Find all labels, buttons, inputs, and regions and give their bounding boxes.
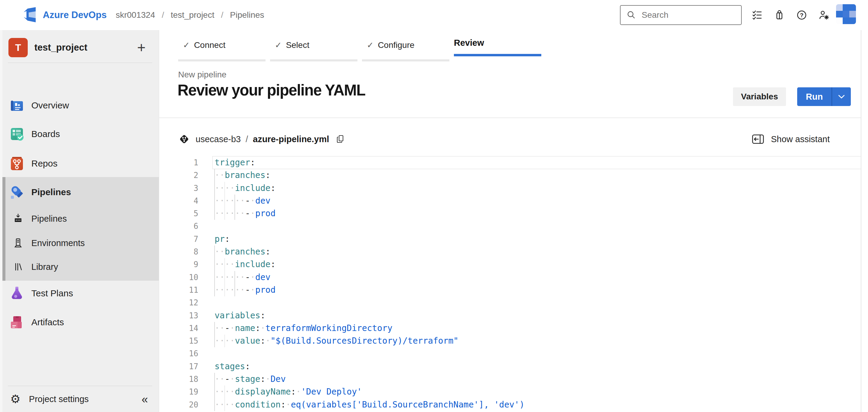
scrollbar-track[interactable] [861, 30, 861, 412]
code-text: ··-·stage:·Dev [215, 373, 861, 385]
sidebar-subitem-environments[interactable]: Environments [2, 231, 159, 255]
gear-icon: ⚙ [10, 393, 21, 405]
sidebar-subitem-library[interactable]: Library [2, 255, 159, 279]
yaml-editor[interactable]: 1trigger:2··branches:3····include:4·····… [159, 156, 868, 412]
sidebar-item-overview[interactable]: Overview [2, 91, 159, 120]
breadcrumb-organization[interactable]: skr001324 [116, 10, 155, 20]
code-text: ··branches: [215, 245, 861, 258]
sidebar-item-label: Overview [31, 100, 69, 110]
code-line[interactable]: 10······-·dev [159, 271, 868, 284]
code-text: trigger: [215, 156, 861, 169]
main-content: ✓ Connect ✓ Select ✓ Configure [159, 30, 868, 412]
content-divider [159, 117, 861, 118]
code-text [215, 220, 861, 233]
help-icon[interactable]: ? [796, 9, 808, 21]
sidebar-item-repos[interactable]: Repos [2, 149, 159, 178]
task-list-icon[interactable] [751, 9, 763, 21]
collapse-sidebar-button[interactable]: « [142, 393, 148, 406]
line-number: 13 [159, 309, 198, 322]
code-line[interactable]: 15····value:·"$(Build.SourcesDirectory)/… [159, 335, 868, 347]
user-avatar[interactable] [836, 4, 856, 24]
wizard-step-select[interactable]: ✓ Select [270, 30, 359, 63]
check-icon: ✓ [275, 40, 282, 50]
wizard-step-connect[interactable]: ✓ Connect [178, 30, 267, 63]
sidebar-item-boards[interactable]: Boards [2, 119, 159, 148]
wizard-step-review[interactable]: Review [454, 30, 542, 63]
indent-guide [235, 207, 235, 220]
code-line[interactable]: 14··-·name:·terraformWorkingDirectory [159, 322, 868, 335]
code-line[interactable]: 18··-·stage:·Dev [159, 373, 868, 385]
sidebar-item-pipelines[interactable]: Pipelines [2, 178, 159, 207]
indent-guide [224, 258, 225, 271]
show-assistant-button[interactable]: Show assistant [752, 130, 830, 149]
run-dropdown-button[interactable] [832, 94, 851, 100]
library-icon [13, 262, 24, 272]
run-button[interactable]: Run [797, 87, 851, 106]
code-line[interactable]: 11······-·prod [159, 284, 868, 296]
code-text: ····displayName:·'Dev Deploy' [215, 385, 861, 398]
code-line[interactable]: 16 [159, 347, 868, 360]
code-line[interactable]: 3····include: [159, 182, 868, 195]
code-line[interactable]: 1trigger: [159, 156, 868, 169]
branch-icon [178, 133, 190, 145]
file-separator: / [246, 134, 248, 144]
marketplace-icon[interactable] [773, 9, 785, 21]
code-line[interactable]: 19····displayName:·'Dev Deploy' [159, 385, 868, 398]
environments-icon [13, 238, 24, 248]
variables-button[interactable]: Variables [733, 87, 786, 106]
indent-guide [224, 271, 225, 284]
svg-text:?: ? [800, 12, 804, 19]
sidebar-subitem-label: Library [31, 262, 58, 272]
code-text: ······-·prod [215, 284, 861, 296]
sidebar-item-test-plans[interactable]: Test Plans [2, 279, 159, 308]
repo-name[interactable]: usecase-b3 [195, 134, 241, 144]
line-number: 11 [159, 284, 198, 296]
line-number: 2 [159, 169, 198, 182]
panel-arrow-icon [752, 134, 764, 144]
sidebar-item-label: Pipelines [31, 187, 71, 197]
code-text [215, 347, 861, 360]
sidebar-subitem-pipelines[interactable]: Pipelines [2, 207, 159, 231]
line-number: 7 [159, 233, 198, 245]
line-number: 4 [159, 195, 198, 207]
file-name: azure-pipeline.yml [253, 134, 329, 144]
search-input[interactable] [641, 10, 733, 20]
project-header[interactable]: T test_project + [2, 33, 159, 62]
code-line[interactable]: 8··branches: [159, 245, 868, 258]
add-project-item-button[interactable]: + [137, 40, 146, 55]
sidebar-item-label: Artifacts [31, 317, 64, 328]
code-text: stages: [215, 360, 861, 373]
code-line[interactable]: 7pr: [159, 233, 868, 245]
azure-devops-home-link[interactable]: Azure DevOps [22, 7, 107, 24]
user-settings-icon[interactable] [818, 9, 830, 21]
code-line[interactable]: 5······-·prod [159, 207, 868, 220]
project-avatar: T [8, 38, 28, 57]
copy-icon[interactable] [336, 134, 345, 144]
wizard-step-configure[interactable]: ✓ Configure [362, 30, 451, 63]
code-line[interactable]: 6 [159, 220, 868, 233]
code-line[interactable]: 12 [159, 296, 868, 309]
search-icon [626, 10, 637, 21]
line-number: 5 [159, 207, 198, 220]
indent-guide [224, 284, 225, 296]
code-line[interactable]: 9····include: [159, 258, 868, 271]
line-number: 14 [159, 322, 198, 335]
code-line[interactable]: 17stages: [159, 360, 868, 373]
repos-icon [8, 155, 25, 172]
indent-guide [214, 322, 215, 335]
code-line[interactable]: 13variables: [159, 309, 868, 322]
line-number: 10 [159, 271, 198, 284]
project-settings-button[interactable]: ⚙ Project settings [2, 386, 159, 412]
code-line[interactable]: 20····condition:·eq(variables['Build.Sou… [159, 399, 868, 411]
breadcrumb-project[interactable]: test_project [170, 10, 214, 20]
wizard-step-underline [362, 59, 450, 62]
code-line[interactable]: 4······-·dev [159, 195, 868, 207]
code-line[interactable]: 2··branches: [159, 169, 868, 182]
line-number: 19 [159, 385, 198, 398]
search-box[interactable] [620, 5, 742, 25]
chevron-down-icon [838, 94, 845, 100]
run-button-label[interactable]: Run [797, 92, 832, 102]
breadcrumb-hub[interactable]: Pipelines [230, 10, 264, 20]
indent-guide [235, 195, 235, 207]
sidebar-item-artifacts[interactable]: Artifacts [2, 308, 159, 337]
